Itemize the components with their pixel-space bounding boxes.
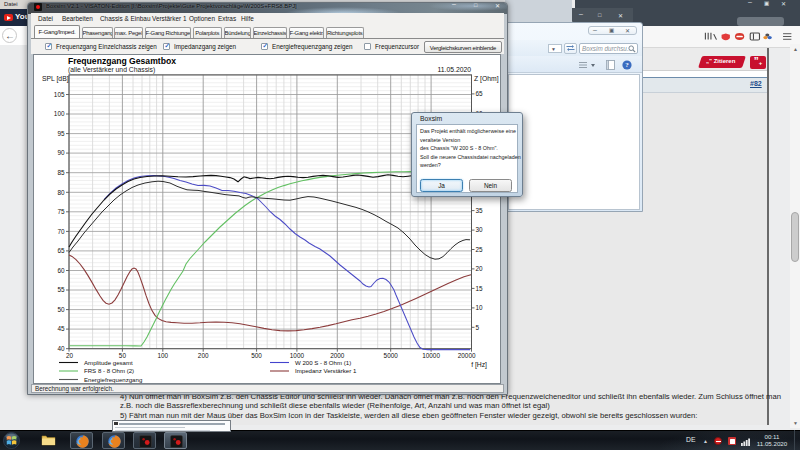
svg-text:2000: 2000 xyxy=(330,352,345,359)
svg-text:Z [Ohm]: Z [Ohm] xyxy=(474,75,499,83)
svg-text:Impedanz Verstärker 1: Impedanz Verstärker 1 xyxy=(295,367,357,374)
svg-text:35: 35 xyxy=(476,207,484,214)
svg-text:75: 75 xyxy=(57,208,65,215)
svg-text:105: 105 xyxy=(54,91,65,98)
svg-text:10000: 10000 xyxy=(422,352,440,359)
svg-text:85: 85 xyxy=(57,169,65,176)
svg-text:5000: 5000 xyxy=(384,352,399,359)
svg-text:100: 100 xyxy=(157,352,168,359)
svg-text:11.05.2020: 11.05.2020 xyxy=(437,66,471,73)
svg-text:W 200 S - 8 Ohm (1): W 200 S - 8 Ohm (1) xyxy=(295,359,351,366)
svg-text:50: 50 xyxy=(119,352,127,359)
svg-text:50: 50 xyxy=(57,306,65,313)
svg-text:SPL [dB]: SPL [dB] xyxy=(42,75,69,83)
svg-text:100: 100 xyxy=(54,110,65,117)
svg-text:65: 65 xyxy=(476,90,484,97)
svg-text:FRS 8 - 8 Ohm (2): FRS 8 - 8 Ohm (2) xyxy=(84,367,134,374)
svg-text:80: 80 xyxy=(57,189,65,196)
svg-text:65: 65 xyxy=(57,247,65,254)
svg-text:30: 30 xyxy=(476,226,484,233)
svg-text:95: 95 xyxy=(57,130,65,137)
svg-text:f [Hz]: f [Hz] xyxy=(471,361,487,369)
svg-text:Energiefrequenzgang: Energiefrequenzgang xyxy=(84,376,142,383)
svg-text:Amplitude gesamt: Amplitude gesamt xyxy=(84,359,133,366)
svg-text:500: 500 xyxy=(251,352,262,359)
svg-text:15: 15 xyxy=(476,285,484,292)
svg-text:60: 60 xyxy=(57,267,65,274)
svg-text:(alle Verstärker und Chassis): (alle Verstärker und Chassis) xyxy=(68,66,155,74)
svg-text:10: 10 xyxy=(476,304,484,311)
svg-text:40: 40 xyxy=(57,345,65,352)
svg-text:200: 200 xyxy=(198,352,209,359)
svg-text:90: 90 xyxy=(57,149,65,156)
svg-text:5: 5 xyxy=(476,324,480,331)
svg-text:1000: 1000 xyxy=(290,352,305,359)
svg-text:20000: 20000 xyxy=(458,352,476,359)
svg-text:45: 45 xyxy=(57,325,65,332)
svg-text:70: 70 xyxy=(57,228,65,235)
svg-text:Frequenzgang Gesamtbox: Frequenzgang Gesamtbox xyxy=(68,56,176,66)
svg-text:20: 20 xyxy=(476,265,484,272)
svg-text:25: 25 xyxy=(476,246,484,253)
svg-text:20: 20 xyxy=(66,352,74,359)
svg-text:55: 55 xyxy=(57,286,65,293)
